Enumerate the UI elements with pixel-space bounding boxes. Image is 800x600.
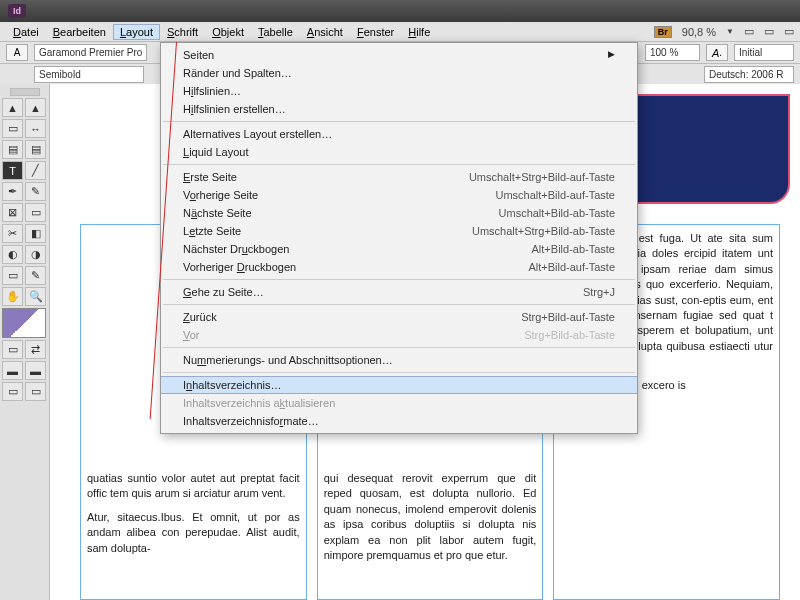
menu-inhaltsverzeichnis-aktualisieren: Inhaltsverzeichnis aktualisieren (161, 394, 637, 412)
rectangle-tool[interactable]: ▭ (25, 203, 46, 222)
default-fill-stroke[interactable]: ▭ (2, 340, 23, 359)
percent-field[interactable]: 100 % (645, 44, 700, 61)
menu-vorherige-seite[interactable]: Vorherige SeiteUmschalt+Bild-auf-Taste (161, 186, 637, 204)
app-logo-icon: Id (8, 4, 26, 18)
free-transform-tool[interactable]: ◧ (25, 224, 46, 243)
menu-vor: VorStrg+Bild-ab-Taste (161, 326, 637, 344)
menu-raender-spalten[interactable]: Ränder und Spalten… (161, 64, 637, 82)
view-options-icon[interactable]: ▭ (744, 25, 754, 38)
menu-hilfslinien-erstellen[interactable]: Hilfslinien erstellen… (161, 100, 637, 118)
menu-separator (163, 304, 635, 305)
eyedropper-tool[interactable]: ✎ (25, 266, 46, 285)
line-tool[interactable]: ╱ (25, 161, 46, 180)
pen-tool[interactable]: ✒ (2, 182, 23, 201)
normal-view-mode[interactable]: ▭ (2, 382, 23, 401)
gradient-feather-tool[interactable]: ◑ (25, 245, 46, 264)
menu-naechster-druckbogen[interactable]: Nächster DruckbogenAlt+Bild-ab-Taste (161, 240, 637, 258)
menu-zurueck[interactable]: ZurückStrg+Bild-auf-Taste (161, 308, 637, 326)
type-tool[interactable]: T (2, 161, 23, 180)
apply-gradient[interactable]: ▬ (25, 361, 46, 380)
rectangle-frame-tool[interactable]: ⊠ (2, 203, 23, 222)
menu-hilfe[interactable]: Hilfe (401, 24, 437, 40)
chevron-down-icon[interactable]: ▼ (726, 27, 734, 36)
panel-grip-icon[interactable] (10, 88, 40, 96)
menu-letzte-seite[interactable]: Letzte SeiteUmschalt+Strg+Bild-ab-Taste (161, 222, 637, 240)
note-tool[interactable]: ▭ (2, 266, 23, 285)
menu-liquid-layout[interactable]: Liquid Layout (161, 143, 637, 161)
language-field[interactable]: Deutsch: 2006 R (704, 66, 794, 83)
gap-tool[interactable]: ↔ (25, 119, 46, 138)
menu-inhaltsverzeichnisformate[interactable]: Inhaltsverzeichnisformate… (161, 412, 637, 430)
content-collector-tool[interactable]: ▤ (2, 140, 23, 159)
menu-nummerierung[interactable]: Nummerierungs- und Abschnittsoptionen… (161, 351, 637, 369)
tools-panel: ▲▲ ▭↔ ▤▤ T╱ ✒✎ ⊠▭ ✂◧ ◐◑ ▭✎ ✋🔍 ▭⇄ ▬▬ ▭▭ (0, 84, 50, 600)
menu-separator (163, 347, 635, 348)
swap-fill-stroke[interactable]: ⇄ (25, 340, 46, 359)
screen-mode-icon[interactable]: ▭ (764, 25, 774, 38)
menu-separator (163, 372, 635, 373)
menu-hilfslinien[interactable]: Hilfslinien… (161, 82, 637, 100)
menu-bearbeiten[interactable]: Bearbeiten (46, 24, 113, 40)
menu-inhaltsverzeichnis[interactable]: Inhaltsverzeichnis… (161, 376, 637, 394)
scissors-tool[interactable]: ✂ (2, 224, 23, 243)
menubar: Datei Bearbeiten Layout Schrift Objekt T… (0, 22, 800, 42)
preview-mode[interactable]: ▭ (25, 382, 46, 401)
font-family-field[interactable]: Garamond Premier Pro (34, 44, 147, 61)
apply-color[interactable]: ▬ (2, 361, 23, 380)
menu-separator (163, 279, 635, 280)
menu-ansicht[interactable]: Ansicht (300, 24, 350, 40)
character-mode-icon[interactable]: A (6, 44, 28, 61)
menu-erste-seite[interactable]: Erste SeiteUmschalt+Strg+Bild-auf-Taste (161, 168, 637, 186)
pencil-tool[interactable]: ✎ (25, 182, 46, 201)
fill-stroke-swatch[interactable] (2, 308, 46, 338)
selection-tool[interactable]: ▲ (2, 98, 23, 117)
bridge-icon[interactable]: Br (654, 26, 672, 38)
body-text: quatias suntio volor autet aut preptat f… (87, 471, 300, 502)
menu-alternatives-layout[interactable]: Alternatives Layout erstellen… (161, 125, 637, 143)
direct-selection-tool[interactable]: ▲ (25, 98, 46, 117)
menu-objekt[interactable]: Objekt (205, 24, 251, 40)
zoom-tool[interactable]: 🔍 (25, 287, 46, 306)
hand-tool[interactable]: ✋ (2, 287, 23, 306)
menu-schrift[interactable]: Schrift (160, 24, 205, 40)
submenu-arrow-icon: ▶ (608, 49, 615, 61)
menu-seiten[interactable]: Seiten▶ (161, 46, 637, 64)
text-style-icon[interactable]: A. (706, 44, 728, 61)
body-text: qui desequat rerovit experrum que dit re… (324, 471, 537, 563)
menu-layout[interactable]: Layout (113, 24, 160, 40)
menu-fenster[interactable]: Fenster (350, 24, 401, 40)
menu-datei[interactable]: Datei (6, 24, 46, 40)
font-style-field[interactable]: Semibold (34, 66, 144, 83)
menu-separator (163, 121, 635, 122)
content-placer-tool[interactable]: ▤ (25, 140, 46, 159)
page-tool[interactable]: ▭ (2, 119, 23, 138)
menu-tabelle[interactable]: Tabelle (251, 24, 300, 40)
menu-vorheriger-druckbogen[interactable]: Vorheriger DruckbogenAlt+Bild-auf-Taste (161, 258, 637, 276)
body-text: Atur, sitaecus.Ibus. Et omnit, ut por as… (87, 510, 300, 556)
menu-naechste-seite[interactable]: Nächste SeiteUmschalt+Bild-ab-Taste (161, 204, 637, 222)
gradient-swatch-tool[interactable]: ◐ (2, 245, 23, 264)
menu-separator (163, 164, 635, 165)
titlebar: Id (0, 0, 800, 22)
menu-gehe-zu-seite[interactable]: Gehe zu Seite…Strg+J (161, 283, 637, 301)
arrange-icon[interactable]: ▭ (784, 25, 794, 38)
layout-menu-dropdown: Seiten▶ Ränder und Spalten… Hilfslinien…… (160, 42, 638, 434)
initial-field[interactable]: Initial (734, 44, 794, 61)
zoom-level[interactable]: 90,8 % (682, 26, 716, 38)
